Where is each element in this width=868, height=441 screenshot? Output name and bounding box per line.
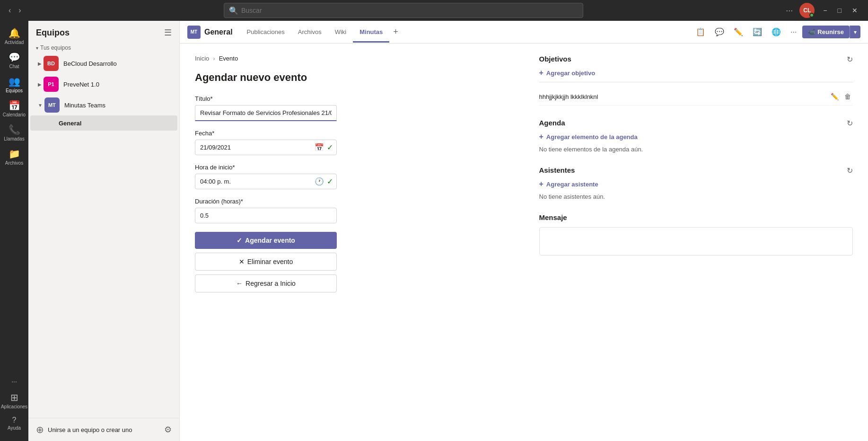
join-team-label: Unirse a un equipo o crear uno [48, 426, 132, 433]
calendar-input-icon[interactable]: 📅 [315, 143, 324, 152]
eliminar-evento-button[interactable]: ✕ Eliminar evento [195, 253, 337, 271]
message-area[interactable] [539, 227, 853, 256]
objetivos-refresh-button[interactable]: ↻ [847, 55, 853, 64]
minimize-button[interactable]: − [818, 5, 832, 16]
sidebar-item-ayuda[interactable]: ? Ayuda [2, 413, 26, 433]
fecha-input-wrapper: 📅 ✓ [195, 140, 337, 155]
breadcrumb: Inicio › Evento [195, 55, 509, 62]
teams-panel: Equipos ☰ ▾ Tus equipos ▶ BD BeCloud Des… [28, 21, 180, 441]
header-action-chat[interactable]: 💬 [711, 25, 728, 39]
fecha-icons: 📅 ✓ [315, 143, 333, 152]
title-bar: ‹ › 🔍 ··· CL − □ ✕ [0, 0, 868, 21]
join-team-button[interactable]: ⊕ Unirse a un equipo o crear uno [36, 424, 132, 435]
meet-button[interactable]: 📹 Reunirse [802, 26, 850, 38]
sidebar-item-archivos[interactable]: 📁 Archivos [2, 145, 26, 168]
channel-name-general: General [59, 120, 81, 127]
nav-sidebar: 🔔 Actividad 💬 Chat 👥 Equipos 📅 Calendari… [0, 21, 28, 441]
regresar-button[interactable]: ← Regresar a Inicio [195, 274, 337, 292]
agenda-section: Agenda ↻ + Agregar elemento de la agenda… [539, 119, 853, 153]
duracion-input[interactable] [195, 208, 337, 223]
titulo-input[interactable] [195, 105, 337, 121]
team-info-prevenet: PreveNet 1.0 [63, 80, 162, 88]
asistentes-empty-text: No tiene asistentes aún. [539, 193, 853, 200]
sidebar-item-aplicaciones-label: Aplicaciones [1, 404, 27, 409]
nav-forward-button[interactable]: › [16, 4, 24, 17]
calendar-icon: 📅 [9, 100, 20, 111]
tab-archivos[interactable]: Archivos [291, 23, 328, 43]
asistentes-title: Asistentes [539, 166, 853, 174]
calls-icon: 📞 [9, 124, 20, 135]
duracion-group: Duración (horas)* [195, 198, 337, 223]
mensaje-title: Mensaje [539, 213, 853, 221]
add-agenda-plus-icon: + [539, 132, 544, 141]
fecha-label: Fecha* [195, 130, 337, 137]
team-item-minutas[interactable]: ▼ MT Minutas Teams ··· [30, 95, 177, 115]
titulo-label: Título* [195, 95, 337, 102]
close-button[interactable]: ✕ [847, 5, 862, 16]
team-item-prevenet[interactable]: ▶ P1 PreveNet 1.0 ··· [30, 74, 177, 95]
objective-item: hhhjjkjkkjjh lkkklklnknl ✏️ 🗑 [539, 88, 853, 106]
meet-dropdown-button[interactable]: ▾ [850, 26, 860, 38]
sidebar-item-mas[interactable]: ··· [2, 375, 26, 388]
tab-minutas[interactable]: Minutas [353, 23, 389, 43]
objetivos-divider [539, 82, 853, 82]
hora-group: Hora de inicio* 🕐 ✓ [195, 164, 337, 189]
sidebar-item-equipos[interactable]: 👥 Equipos [2, 73, 26, 96]
sidebar-item-aplicaciones[interactable]: ⊞ Aplicaciones [2, 389, 26, 412]
delete-objective-button[interactable]: 🗑 [842, 92, 853, 101]
settings-button[interactable]: ⚙ [164, 424, 172, 435]
header-action-more[interactable]: ··· [787, 25, 800, 39]
activity-icon: 🔔 [9, 27, 20, 39]
team-avatar-prevenet: P1 [44, 77, 59, 92]
section-chevron[interactable]: ▾ [36, 45, 38, 51]
main-layout: 🔔 Actividad 💬 Chat 👥 Equipos 📅 Calendari… [0, 21, 868, 441]
add-objetivo-label: Agregar objetivo [546, 70, 595, 77]
add-objetivo-button[interactable]: + Agregar objetivo [539, 69, 596, 77]
expand-icon-minutas: ▼ [38, 103, 43, 108]
header-action-refresh[interactable]: 🔄 [749, 25, 766, 39]
agenda-refresh-button[interactable]: ↻ [847, 119, 853, 128]
clock-input-icon[interactable]: 🕐 [315, 177, 324, 186]
nav-back-button[interactable]: ‹ [6, 4, 14, 17]
header-action-clipboard[interactable]: 📋 [692, 25, 709, 39]
header-action-globe[interactable]: 🌐 [768, 25, 785, 39]
add-asistente-button[interactable]: + Agregar asistente [539, 180, 598, 188]
team-info-becloud: BeCloud Desarrollo [63, 59, 162, 68]
add-asistente-label: Agregar asistente [546, 181, 598, 188]
team-item-becloud[interactable]: ▶ BD BeCloud Desarrollo ··· [30, 53, 177, 74]
meet-icon: 📹 [808, 28, 815, 35]
objective-actions: ✏️ 🗑 [829, 92, 853, 101]
form-area: Inicio › Evento Agendar nuevo evento Tít… [180, 44, 524, 441]
more-options-button[interactable]: ··· [783, 4, 796, 18]
objetivos-title: Objetivos [539, 55, 853, 63]
teams-filter-button[interactable]: ☰ [164, 27, 172, 38]
add-tab-button[interactable]: + [389, 21, 402, 43]
breadcrumb-current: Evento [219, 55, 238, 62]
channel-item-general[interactable]: General ··· [30, 115, 177, 131]
meet-label: Reunirse [817, 28, 844, 35]
sidebar-item-llamadas[interactable]: 📞 Llamadas [2, 121, 26, 144]
maximize-button[interactable]: □ [833, 5, 846, 16]
add-agenda-button[interactable]: + Agregar elemento de la agenda [539, 132, 638, 141]
sidebar-item-calendario[interactable]: 📅 Calendario [2, 97, 26, 120]
sidebar-item-chat[interactable]: 💬 Chat [2, 49, 26, 72]
hora-label: Hora de inicio* [195, 164, 337, 171]
header-action-edit[interactable]: ✏️ [730, 25, 747, 39]
breadcrumb-home[interactable]: Inicio [195, 55, 209, 62]
header-actions: 📋 💬 ✏️ 🔄 🌐 ··· 📹 Reunirse ▾ [692, 25, 860, 39]
more-icon: ··· [11, 378, 17, 385]
agendar-label: Agendar evento [245, 237, 295, 244]
tab-publicaciones[interactable]: Publicaciones [240, 23, 291, 43]
edit-objective-button[interactable]: ✏️ [829, 92, 841, 101]
title-bar-right: ··· CL − □ ✕ [783, 3, 862, 18]
sidebar-item-actividad[interactable]: 🔔 Actividad [2, 25, 26, 48]
avatar[interactable]: CL [799, 3, 815, 18]
hora-input-wrapper: 🕐 ✓ [195, 174, 337, 189]
sidebar-item-ayuda-label: Ayuda [8, 425, 21, 431]
agendar-evento-button[interactable]: ✓ Agendar evento [195, 232, 337, 249]
tab-wiki[interactable]: Wiki [328, 23, 353, 43]
search-input[interactable] [241, 7, 578, 14]
search-bar[interactable]: 🔍 [224, 3, 583, 18]
asistentes-refresh-button[interactable]: ↻ [847, 166, 853, 175]
regresar-label: Regresar a Inicio [245, 280, 296, 287]
